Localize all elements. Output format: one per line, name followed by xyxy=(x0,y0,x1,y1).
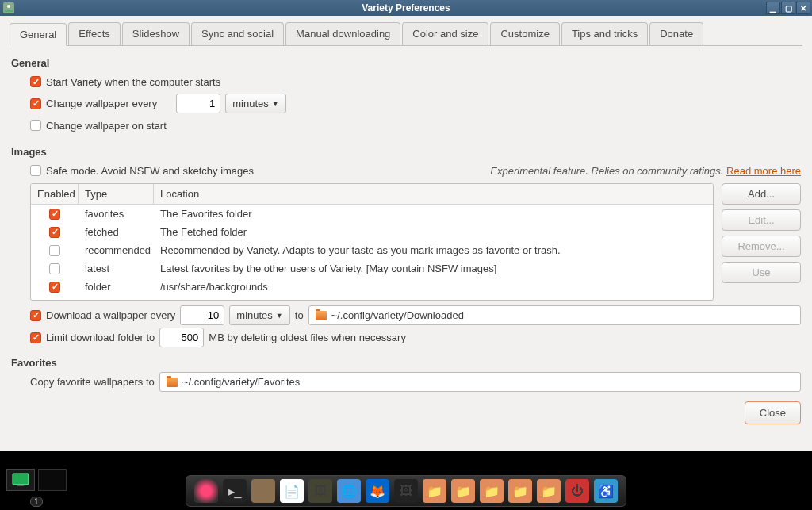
checkbox-limit[interactable] xyxy=(30,332,41,343)
favorites-path[interactable]: ~/.config/variety/Favorites xyxy=(159,372,801,392)
dl-unit-label: minutes xyxy=(236,309,273,321)
tab-slideshow[interactable]: Slideshow xyxy=(122,22,190,45)
read-more-link[interactable]: Read more here xyxy=(726,165,801,177)
add-button[interactable]: Add... xyxy=(722,183,801,205)
svg-rect-3 xyxy=(13,474,29,485)
dock-folder1-icon[interactable]: 📁 xyxy=(423,479,446,503)
maximize-button[interactable]: ▢ xyxy=(781,2,795,14)
checkbox-safemode[interactable] xyxy=(30,165,41,176)
row-type: folder xyxy=(79,279,154,294)
row-type: favorites xyxy=(79,206,154,221)
app-icon xyxy=(3,2,14,13)
dock-terminal-icon[interactable]: ▸_ xyxy=(223,479,247,503)
caret-icon: ▼ xyxy=(272,100,279,108)
row-type: latest xyxy=(79,261,154,276)
input-dl-interval[interactable] xyxy=(180,305,224,325)
svg-rect-2 xyxy=(5,10,13,12)
caret-icon: ▼ xyxy=(276,312,283,320)
row-checkbox[interactable] xyxy=(49,227,60,238)
tab-color[interactable]: Color and size xyxy=(402,22,488,45)
row-location: The Fetched folder xyxy=(154,224,713,240)
dropdown-dl-unit[interactable]: minutes ▼ xyxy=(229,305,289,325)
row-checkbox[interactable] xyxy=(49,209,60,220)
dock-folder2-icon[interactable]: 📁 xyxy=(451,479,475,503)
sources-table: Enabled Type Location favoritesThe Favor… xyxy=(30,183,714,301)
row-checkbox[interactable] xyxy=(49,282,60,293)
section-images: Images xyxy=(11,146,801,158)
label-safemode: Safe mode. Avoid NSFW and sketchy images xyxy=(46,165,254,177)
col-type[interactable]: Type xyxy=(79,184,154,204)
row-checkbox[interactable] xyxy=(49,245,60,256)
checkbox-change[interactable] xyxy=(30,98,41,109)
desktop: 1 ▸_ 📄 🖼 🌐 🦊 🖼 📁 📁 📁 📁 📁 ⏻ ♿ xyxy=(0,451,812,510)
tab-donate[interactable]: Donate xyxy=(649,22,703,45)
tab-effects[interactable]: Effects xyxy=(68,22,121,45)
dock-folder4-icon[interactable]: 📁 xyxy=(508,479,532,503)
row-checkbox[interactable] xyxy=(49,263,60,274)
tab-sync[interactable]: Sync and social xyxy=(191,22,284,45)
col-enabled[interactable]: Enabled xyxy=(31,184,79,204)
workspace-1-thumb[interactable] xyxy=(6,469,35,491)
label-change: Change wallpaper every xyxy=(46,98,157,109)
section-general: General xyxy=(11,57,801,69)
row-location: /usr/share/backgrounds xyxy=(154,279,713,294)
row-location: Latest favorites by the other users of V… xyxy=(154,261,713,276)
row-type: recommended xyxy=(79,243,154,258)
checkbox-onstart[interactable] xyxy=(30,120,41,131)
use-button[interactable]: Use xyxy=(722,262,801,283)
dock-folder3-icon[interactable]: 📁 xyxy=(480,479,504,503)
row-checkbox[interactable] xyxy=(49,300,60,301)
label-limit-suffix: MB by deleting oldest files when necessa… xyxy=(209,332,406,343)
table-row[interactable]: folder/usr/share/backgrounds xyxy=(31,278,713,296)
workspace-2-thumb[interactable] xyxy=(38,469,67,491)
dock: ▸_ 📄 🖼 🌐 🦊 🖼 📁 📁 📁 📁 📁 ⏻ ♿ xyxy=(186,475,626,507)
dock-ubuntu-icon[interactable] xyxy=(194,479,218,503)
tab-customize[interactable]: Customize xyxy=(490,22,559,45)
row-location: Random wallpapers from Desktoppr.co xyxy=(154,297,713,301)
dropdown-change-unit[interactable]: minutes ▼ xyxy=(225,94,285,113)
dock-power-icon[interactable]: ⏻ xyxy=(565,479,589,503)
svg-rect-4 xyxy=(17,485,24,486)
row-type: desktoppr xyxy=(79,297,154,301)
table-row[interactable]: fetchedThe Fetched folder xyxy=(31,223,713,241)
label-limit: Limit download folder to xyxy=(46,332,155,343)
table-row[interactable]: desktopprRandom wallpapers from Desktopp… xyxy=(31,296,713,301)
dock-accessibility-icon[interactable]: ♿ xyxy=(594,479,618,503)
label-onstart: Change wallpaper on start xyxy=(46,120,167,132)
svg-point-1 xyxy=(7,5,10,8)
tab-tips[interactable]: Tips and tricks xyxy=(561,22,648,45)
download-path-text: ~/.config/variety/Downloaded xyxy=(331,309,464,321)
dock-document-icon[interactable]: 📄 xyxy=(280,479,304,503)
label-start: Start Variety when the computer starts xyxy=(46,76,220,88)
edit-button[interactable]: Edit... xyxy=(722,209,801,231)
download-path[interactable]: ~/.config/variety/Downloaded xyxy=(308,305,801,325)
tab-general[interactable]: General xyxy=(10,23,67,46)
dock-image-icon[interactable]: 🖼 xyxy=(394,479,418,503)
tab-manual[interactable]: Manual downloading xyxy=(285,22,400,45)
close-window-button[interactable]: ✕ xyxy=(796,2,810,14)
remove-button[interactable]: Remove... xyxy=(722,236,801,257)
input-change-interval[interactable] xyxy=(176,94,220,113)
dock-folder5-icon[interactable]: 📁 xyxy=(537,479,561,503)
dock-variety-icon[interactable]: 🖼 xyxy=(308,479,332,503)
minimize-button[interactable]: ▁ xyxy=(766,2,780,14)
workspace-number: 1 xyxy=(30,497,43,507)
row-type: fetched xyxy=(79,224,154,240)
table-row[interactable]: favoritesThe Favorites folder xyxy=(31,205,713,223)
label-copyfav: Copy favorite wallpapers to xyxy=(30,376,155,388)
folder-icon xyxy=(316,311,327,320)
table-row[interactable]: recommendedRecommended by Variety. Adapt… xyxy=(31,241,713,259)
col-location[interactable]: Location xyxy=(154,184,713,204)
label-to: to xyxy=(295,309,304,321)
checkbox-download[interactable] xyxy=(30,310,41,321)
tabs: General Effects Slideshow Sync and socia… xyxy=(10,22,802,46)
dock-firefox-icon[interactable]: 🦊 xyxy=(366,479,389,503)
close-button[interactable]: Close xyxy=(745,401,801,424)
dock-browser-icon[interactable]: 🌐 xyxy=(337,479,361,503)
section-favorites: Favorites xyxy=(11,357,801,369)
checkbox-start[interactable] xyxy=(30,76,41,87)
dock-gimp-icon[interactable] xyxy=(251,479,275,503)
folder-icon xyxy=(167,378,178,387)
input-limit-mb[interactable] xyxy=(159,328,204,347)
table-row[interactable]: latestLatest favorites by the other user… xyxy=(31,259,713,278)
